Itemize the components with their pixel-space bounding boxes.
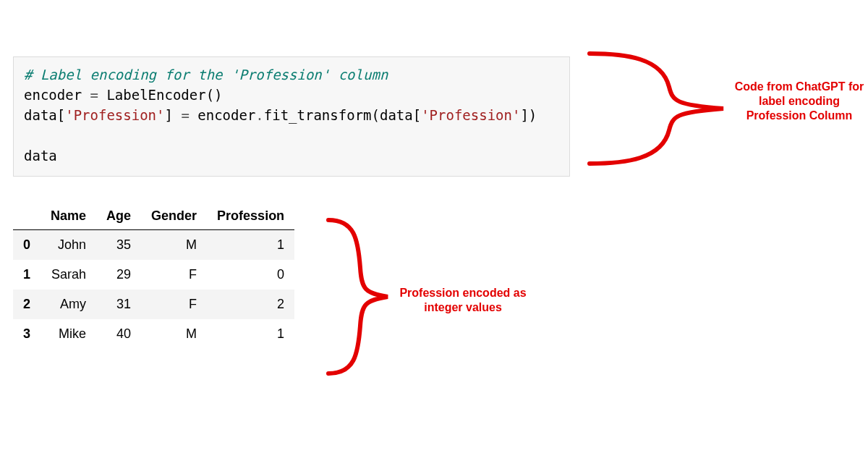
cell-age: 29 [96, 260, 141, 290]
code-text: fit_transform(data[ [264, 107, 421, 123]
cell-age: 35 [96, 230, 141, 261]
row-index: 0 [13, 230, 41, 261]
cell-profession: 2 [207, 290, 294, 319]
cell-name: John [41, 230, 96, 261]
cell-gender: F [141, 260, 207, 290]
annotation-code: Code from ChatGPT for label encoding Pro… [734, 80, 864, 123]
table-header: Gender [141, 203, 207, 230]
code-string: 'Profession' [65, 107, 164, 123]
annotation-table: Profession encoded as integer values [391, 286, 535, 315]
table-row: 0 John 35 M 1 [13, 230, 294, 261]
code-string: 'Profession' [421, 107, 520, 123]
cell-age: 40 [96, 319, 141, 349]
code-text: data[ [24, 107, 65, 123]
cell-profession: 1 [207, 319, 294, 349]
table-row: 1 Sarah 29 F 0 [13, 260, 294, 290]
row-index: 3 [13, 319, 41, 349]
row-index: 1 [13, 260, 41, 290]
cell-gender: M [141, 319, 207, 349]
cell-name: Mike [41, 319, 96, 349]
cell-name: Sarah [41, 260, 96, 290]
code-text: ]) [520, 107, 537, 123]
code-operator: = [90, 87, 98, 103]
table-row: 2 Amy 31 F 2 [13, 290, 294, 319]
output-table: Name Age Gender Profession 0 John 35 M 1… [13, 203, 294, 349]
table-header: Name [41, 203, 96, 230]
cell-age: 31 [96, 290, 141, 319]
table-header: Profession [207, 203, 294, 230]
brace-icon [575, 43, 727, 174]
code-operator: = [181, 107, 189, 123]
table-row: 3 Mike 40 M 1 [13, 319, 294, 349]
cell-gender: F [141, 290, 207, 319]
cell-profession: 0 [207, 260, 294, 290]
code-block: # Label encoding for the 'Profession' co… [13, 56, 570, 177]
cell-profession: 1 [207, 230, 294, 261]
table-corner [13, 203, 41, 230]
code-text: encoder [190, 107, 256, 123]
brace-icon [318, 210, 391, 384]
code-comment: # Label encoding for the 'Profession' co… [24, 67, 388, 83]
code-text: encoder [24, 87, 90, 103]
code-text: ] [164, 107, 181, 123]
row-index: 2 [13, 290, 41, 319]
code-text: LabelEncoder() [98, 87, 223, 103]
table-header: Age [96, 203, 141, 230]
cell-gender: M [141, 230, 207, 261]
code-dot: . [255, 107, 263, 123]
code-text: data [24, 148, 57, 164]
cell-name: Amy [41, 290, 96, 319]
